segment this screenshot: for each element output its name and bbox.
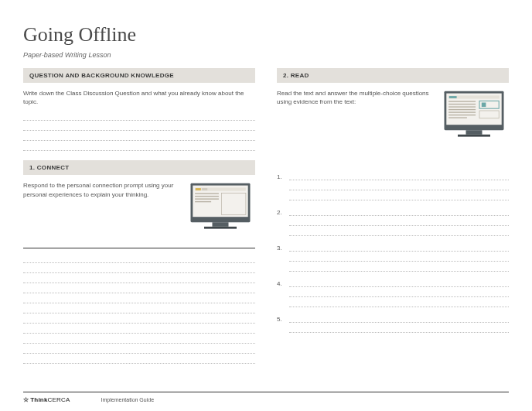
write-line	[23, 273, 255, 283]
write-line	[289, 287, 509, 297]
monitor-illustration-right	[439, 89, 509, 146]
page-title: Going Offline	[23, 23, 509, 46]
svg-rect-19	[448, 109, 476, 110]
svg-rect-3	[196, 188, 201, 190]
connect-lines	[23, 253, 255, 364]
write-line	[23, 283, 255, 293]
connect-header: 1. CONNECT	[23, 160, 255, 175]
question-number: 5.	[277, 316, 285, 323]
write-line	[289, 171, 509, 180]
question-row: 4.	[277, 278, 509, 287]
connect-text: Respond to the personal connection promp…	[23, 181, 176, 198]
svg-rect-20	[448, 111, 476, 112]
svg-rect-16	[448, 101, 476, 101]
question-number: 3.	[277, 245, 285, 252]
question-row: 1.	[277, 171, 509, 180]
write-line	[23, 263, 255, 273]
footer-guide-text: Implementation Guide	[101, 397, 154, 402]
svg-rect-4	[202, 188, 207, 190]
write-line	[289, 252, 509, 262]
brand-logo: ☆ThinkCERCA	[23, 396, 70, 403]
svg-rect-17	[448, 104, 476, 104]
svg-rect-22	[448, 117, 467, 118]
brand-rest: CERCA	[48, 396, 70, 403]
svg-rect-18	[448, 106, 476, 107]
write-line	[23, 253, 255, 263]
numbered-questions: 1. 2. 3. 4.	[277, 171, 509, 333]
write-line	[289, 297, 509, 307]
question-row: 2.	[277, 207, 509, 216]
write-line	[289, 180, 509, 190]
write-line	[289, 313, 509, 323]
write-line	[23, 334, 255, 344]
write-line	[23, 344, 255, 354]
qbk-lines	[23, 111, 255, 151]
brand-bold: Think	[30, 396, 47, 403]
write-line	[23, 313, 255, 324]
write-line	[289, 323, 509, 333]
divider-line	[23, 248, 255, 248]
write-line	[23, 131, 255, 141]
svg-rect-21	[448, 115, 476, 115]
qbk-text: Write down the Class Discussion Question…	[23, 89, 255, 106]
write-line	[23, 303, 255, 313]
write-line	[23, 141, 255, 151]
computer-monitor-icon	[186, 181, 255, 235]
write-line	[289, 226, 509, 236]
svg-rect-11	[204, 227, 237, 229]
svg-rect-5	[195, 194, 219, 194]
question-number: 4.	[277, 280, 285, 287]
write-line	[23, 293, 255, 303]
question-number: 1.	[277, 173, 285, 180]
page-footer: ☆ThinkCERCA Implementation Guide	[23, 392, 509, 403]
write-line	[23, 111, 255, 121]
svg-rect-10	[213, 223, 229, 228]
svg-rect-6	[195, 196, 219, 197]
read-text: Read the text and answer the multiple-ch…	[277, 89, 431, 106]
svg-rect-26	[466, 130, 483, 135]
svg-rect-8	[195, 201, 211, 202]
qbk-header: QUESTION AND BACKGROUND KNOWLEDGE	[23, 68, 255, 83]
question-row: 3.	[277, 242, 509, 252]
write-line	[289, 242, 509, 252]
monitor-illustration-left	[186, 181, 255, 238]
svg-rect-24	[482, 103, 486, 108]
computer-monitor-icon	[439, 89, 509, 143]
svg-rect-7	[195, 199, 219, 200]
write-line	[289, 190, 509, 200]
left-column: QUESTION AND BACKGROUND KNOWLEDGE Write …	[23, 68, 255, 364]
write-line	[289, 216, 509, 226]
right-column: 2. READ Read the text and answer the mul…	[277, 68, 509, 364]
star-icon: ☆	[23, 396, 29, 403]
svg-rect-27	[458, 135, 490, 137]
write-line	[23, 324, 255, 334]
read-header: 2. READ	[277, 68, 509, 83]
page-subtitle: Paper-based Writing Lesson	[23, 51, 509, 59]
write-line	[289, 278, 509, 287]
write-line	[23, 354, 255, 364]
question-number: 2.	[277, 209, 285, 216]
svg-rect-15	[449, 96, 457, 98]
write-line	[289, 207, 509, 216]
write-line	[23, 121, 255, 131]
write-line	[289, 262, 509, 272]
question-row: 5.	[277, 313, 509, 323]
